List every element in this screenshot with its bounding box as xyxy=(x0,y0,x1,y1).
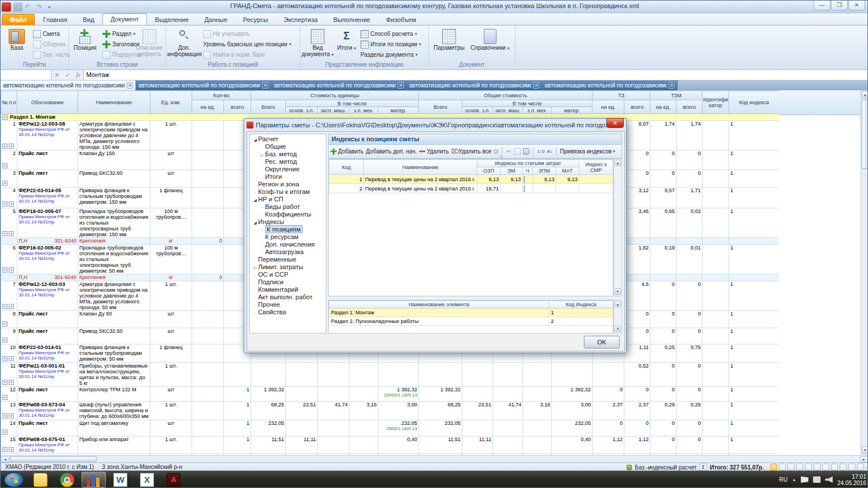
index-checkbox-cell[interactable] xyxy=(523,175,533,184)
value-cell[interactable] xyxy=(552,363,593,387)
expand-icon[interactable]: + xyxy=(9,231,14,236)
value-cell[interactable]: 68,25 xyxy=(251,402,286,420)
index-value-cell[interactable] xyxy=(501,184,523,193)
value-cell[interactable]: 0,75 xyxy=(676,344,703,363)
value-cell[interactable] xyxy=(192,151,224,170)
value-cell[interactable] xyxy=(703,311,729,328)
scroll-down-icon[interactable]: ▼ xyxy=(862,446,868,454)
horizontal-scrollbar[interactable]: ◄ ► xyxy=(1,455,868,463)
row-number-cell[interactable]: 8+ xyxy=(1,311,17,328)
value-cell[interactable] xyxy=(462,387,493,402)
tab-close-icon[interactable]: ✕ xyxy=(127,82,133,89)
expand-icon[interactable]: + xyxy=(9,447,14,452)
elements-scrollbar[interactable]: ▲ ▼ xyxy=(613,300,622,333)
value-cell[interactable]: 1 xyxy=(224,387,251,402)
value-cell[interactable]: 0,02 xyxy=(676,208,703,238)
value-cell[interactable]: 0 xyxy=(192,274,224,281)
value-cell[interactable]: 0,57 xyxy=(650,188,676,208)
justification-cell[interactable]: Прайс лист xyxy=(17,311,78,328)
value-cell[interactable] xyxy=(523,420,552,436)
element-name-cell[interactable]: Раздел 2. Пусконаладочные работы xyxy=(329,317,549,326)
value-cell[interactable]: 0 xyxy=(676,387,703,402)
value-cell[interactable] xyxy=(350,436,378,454)
statusbar-icon-7[interactable] xyxy=(822,464,829,471)
collapse-icon[interactable]: − xyxy=(2,115,8,120)
statusbar-icon-8[interactable] xyxy=(831,464,838,471)
value-cell[interactable]: 0,25 xyxy=(650,344,676,363)
taskbar-chrome-button[interactable] xyxy=(55,472,79,487)
unit-cell[interactable]: 1 шт. xyxy=(150,281,192,311)
value-cell[interactable]: 0 xyxy=(624,311,650,328)
value-cell[interactable] xyxy=(703,363,729,387)
name-cell[interactable]: Арматура фланцевая с электрическим приво… xyxy=(78,121,150,151)
value-cell[interactable] xyxy=(192,208,224,238)
row-number-cell[interactable]: 11++ xyxy=(1,363,17,387)
unit-cell[interactable]: шт xyxy=(150,420,192,436)
menu-tab-7[interactable]: Ресурсы xyxy=(236,14,275,25)
row-number-cell[interactable]: 5++ xyxy=(1,208,17,238)
value-cell[interactable]: 11,51 xyxy=(419,436,462,454)
value-cell[interactable]: 41,74 xyxy=(493,402,523,420)
value-cell[interactable]: 3,46 xyxy=(624,208,650,238)
statusbar-icon-10[interactable] xyxy=(848,464,855,471)
expand-icon[interactable]: + xyxy=(2,321,8,326)
value-cell[interactable] xyxy=(224,363,251,387)
row-number-cell[interactable]: 12+ xyxy=(1,387,17,402)
row-number-cell[interactable]: 7++ xyxy=(1,281,17,311)
row-number-cell[interactable]: 1++ xyxy=(1,121,17,151)
row-number-cell[interactable]: 15++ xyxy=(1,436,17,454)
element-name-cell[interactable]: Раздел 1. Монтаж xyxy=(329,309,549,317)
taskbar-word-button[interactable]: W xyxy=(108,472,133,487)
expand-icon[interactable]: + xyxy=(2,395,8,400)
menu-tab-2[interactable]: Главная xyxy=(35,14,75,25)
value-cell[interactable]: 68,25 xyxy=(419,402,462,420)
tree-item-доп-начисления[interactable]: ·Доп. начисления xyxy=(250,241,326,248)
fx-icon[interactable]: fx xyxy=(76,72,80,78)
value-cell[interactable]: 8,07 xyxy=(624,121,650,151)
menu-tab-9[interactable]: Выполнение xyxy=(326,14,378,25)
unit-cell[interactable]: кг xyxy=(150,274,192,281)
tree-item-ос-и-сср[interactable]: ·ОС и ССР xyxy=(250,271,326,278)
value-cell[interactable] xyxy=(523,363,552,387)
value-cell[interactable] xyxy=(703,387,729,402)
name-cell[interactable]: Привод SKC32.50 xyxy=(78,328,150,344)
expand-icon[interactable]: + xyxy=(2,356,8,361)
unit-cell[interactable]: 1 фланец xyxy=(150,188,192,208)
expand-icon[interactable]: + xyxy=(9,267,14,273)
value-cell[interactable]: 2,37 xyxy=(593,402,624,420)
unit-cell[interactable]: 1 шт. xyxy=(150,402,192,420)
value-cell[interactable]: 11,51 xyxy=(251,436,286,454)
value-cell[interactable] xyxy=(192,281,224,311)
value-cell[interactable]: 0,01 xyxy=(676,245,703,274)
name-cell[interactable]: Прибор или аппарат xyxy=(78,436,150,454)
value-cell[interactable] xyxy=(493,387,523,402)
justification-cell[interactable]: Прайс лист xyxy=(17,420,78,436)
unit-cell[interactable]: шт xyxy=(150,311,192,328)
parametry-button[interactable]: Параметры xyxy=(431,28,467,61)
scroll-thumb[interactable] xyxy=(10,456,97,462)
tree-item-подписи[interactable]: ·Подписи xyxy=(250,278,326,286)
index-value-cell[interactable]: 9,13 xyxy=(556,175,579,184)
value-cell[interactable] xyxy=(350,387,378,402)
value-cell[interactable] xyxy=(493,436,523,454)
value-cell[interactable]: 0 xyxy=(650,363,676,387)
value-cell[interactable]: 0 xyxy=(624,328,650,344)
name-cell[interactable]: Арматура фланцевая с электрическим приво… xyxy=(78,281,150,311)
value-cell[interactable] xyxy=(286,363,318,387)
value-cell[interactable] xyxy=(192,344,224,363)
value-cell[interactable] xyxy=(192,245,224,274)
value-cell[interactable] xyxy=(192,170,224,188)
row-number-cell[interactable]: 14+ xyxy=(1,420,17,436)
justification-cell[interactable]: ФЕР16-02-005-02Приказ Минстроя РФ от 30.… xyxy=(17,245,78,274)
qat-dropdown-icon[interactable]: ▾ xyxy=(48,5,50,10)
indexes-scrollbar[interactable]: ▲ ▼ xyxy=(613,159,622,296)
value-cell[interactable]: 0,40 xyxy=(378,436,419,454)
index-checkbox-cell[interactable] xyxy=(523,184,533,193)
volume-icon[interactable] xyxy=(825,476,833,483)
document-tab-5[interactable]: автоматизацию котельной по погодозависим… xyxy=(542,80,678,90)
expand-icon[interactable]: + xyxy=(2,144,8,149)
redo-icon[interactable]: ↷ xyxy=(36,2,46,12)
tree-item-лимит-затраты[interactable]: ▷Лимит. затраты xyxy=(250,263,326,271)
confirm-icon[interactable]: ✓ xyxy=(65,72,70,78)
name-cell[interactable]: Прокладка трубопроводов отопления и водо… xyxy=(78,245,150,274)
